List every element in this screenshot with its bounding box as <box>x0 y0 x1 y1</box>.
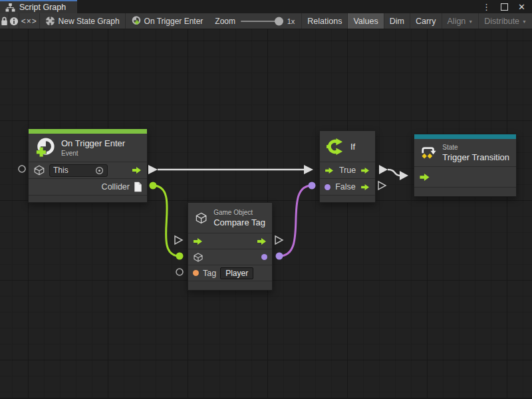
node-title: Trigger Transition <box>442 152 509 162</box>
relations-button[interactable]: Relations <box>301 13 347 29</box>
true-out-port green-arrow-icon[interactable] <box>360 167 370 174</box>
graph-toolbar: <×> New State Graph On Trigger Enter Zoo… <box>0 13 532 29</box>
node-category: State <box>442 144 509 151</box>
code-glyph-icon: <×> <box>21 17 37 26</box>
node-on-trigger-enter[interactable]: On Trigger Enter Event This <box>28 128 148 203</box>
zoom-slider[interactable] <box>241 21 282 22</box>
this-value: This <box>53 166 68 175</box>
node-subtitle: Event <box>61 150 125 157</box>
unconnected-tag-port[interactable] <box>176 269 183 275</box>
tag-in-port[interactable] <box>193 270 199 276</box>
edit-source-button[interactable]: <×> <box>19 13 39 29</box>
window-controls: ⋮ ✕ <box>482 0 532 13</box>
distribute-dropdown[interactable]: Distribute ▼ <box>478 13 532 29</box>
node-header[interactable]: State Trigger Transition <box>414 139 516 166</box>
node-title: Compare Tag <box>213 217 265 227</box>
node-trigger-transition[interactable]: State Trigger Transition <box>414 134 517 197</box>
event-accent-bar <box>29 129 147 134</box>
trigger-event-icon <box>131 16 141 26</box>
wire-endpoint-dot[interactable] <box>176 253 184 260</box>
unconnected-control-in-port[interactable] <box>175 236 182 244</box>
dim-button[interactable]: Dim <box>384 13 410 29</box>
control-out-port green-arrow-icon[interactable] <box>132 166 142 174</box>
node-title: On Trigger Enter <box>61 138 125 148</box>
wire-if-to-transition[interactable] <box>388 170 400 176</box>
wire-start-cap[interactable] <box>148 165 158 174</box>
branch-icon <box>327 138 344 156</box>
state-accent-bar <box>414 134 516 139</box>
values-label: Values <box>353 17 378 26</box>
target-icon[interactable] <box>95 166 104 175</box>
control-out-port green-arrow-icon[interactable] <box>257 237 267 245</box>
this-object-field[interactable]: This <box>49 164 108 177</box>
graph-hierarchy-icon <box>5 3 15 12</box>
lock-button[interactable] <box>0 13 9 29</box>
control-in-port green-arrow-icon[interactable] <box>325 167 334 174</box>
tag-value-field[interactable]: Player <box>220 267 253 279</box>
control-ports-row <box>188 233 272 249</box>
collider-label: Collider <box>102 182 130 192</box>
node-category: Game Object <box>213 209 265 216</box>
transition-arrow-diamonds-icon <box>421 144 436 162</box>
node-title: If <box>350 142 355 152</box>
control-in-port green-arrow-icon[interactable] <box>193 237 203 245</box>
false-out-port green-arrow-icon[interactable] <box>360 184 370 191</box>
script-graph-window: Script Graph ⋮ ✕ <×> <box>0 0 532 399</box>
wire-start-cap[interactable] <box>379 165 388 174</box>
condition-in-port[interactable] <box>325 184 331 190</box>
node-footer <box>320 195 375 202</box>
cube-icon <box>195 208 207 228</box>
graph-canvas[interactable]: On Trigger Enter Event This <box>0 29 532 399</box>
zoom-control: Zoom 1x <box>208 13 301 29</box>
wire-endpoint-dot[interactable] <box>309 182 316 190</box>
node-if[interactable]: If True False <box>319 130 376 203</box>
wire-endpoint-dot[interactable] <box>150 182 157 190</box>
gameobject-bool-row <box>188 249 272 265</box>
tab-bar: Script Graph ⋮ ✕ <box>0 0 532 13</box>
chevron-down-icon: ▼ <box>522 18 527 24</box>
unconnected-this-port[interactable] <box>19 166 25 172</box>
false-label: False <box>334 182 356 192</box>
zoom-label: Zoom <box>215 17 235 26</box>
maximize-icon[interactable] <box>501 3 508 11</box>
tag-row: Tag Player <box>188 265 272 281</box>
tab-script-graph[interactable]: Script Graph <box>0 0 77 13</box>
new-state-graph-button[interactable]: New State Graph <box>40 13 125 29</box>
bool-out-port[interactable] <box>261 254 267 260</box>
wire-arrowhead <box>400 171 408 180</box>
info-button[interactable] <box>9 13 19 29</box>
document-icon[interactable] <box>134 182 142 192</box>
carry-button[interactable]: Carry <box>410 13 442 29</box>
cube-icon gameobject-in-port[interactable] <box>193 252 203 263</box>
window-menu-icon[interactable]: ⋮ <box>482 3 491 11</box>
unconnected-false-out-port[interactable] <box>378 182 386 190</box>
unconnected-control-out-port[interactable] <box>275 236 283 244</box>
node-header[interactable]: If <box>320 131 375 162</box>
graph-breadcrumb-on-trigger-enter[interactable]: On Trigger Enter <box>126 13 209 29</box>
wire-collider-to-comparetag[interactable] <box>153 186 180 256</box>
view-options: Relations Values Dim Carry Align ▼ Distr… <box>301 13 532 29</box>
align-label: Align <box>448 17 466 26</box>
values-button[interactable]: Values <box>347 13 383 29</box>
wire-endpoint-dot[interactable] <box>276 253 283 260</box>
tabbar-spacer <box>77 0 482 13</box>
wire-comparetag-to-if[interactable] <box>279 186 312 256</box>
align-dropdown[interactable]: Align ▼ <box>442 13 479 29</box>
node-footer <box>414 187 516 196</box>
chevron-down-icon: ▼ <box>468 18 473 24</box>
node-footer <box>188 281 272 290</box>
wire-arrowhead <box>304 165 313 174</box>
node-header[interactable]: Game Object Compare Tag <box>188 203 272 233</box>
tab-label: Script Graph <box>19 3 66 12</box>
close-icon[interactable]: ✕ <box>518 3 525 11</box>
info-icon <box>9 17 19 26</box>
new-state-graph-label: New State Graph <box>59 17 120 26</box>
node-header[interactable]: On Trigger Enter Event <box>29 134 147 162</box>
cube-icon <box>33 164 45 176</box>
zoom-slider-handle[interactable] <box>275 17 283 25</box>
lock-icon <box>0 16 9 26</box>
tag-label: Tag <box>203 269 216 278</box>
node-compare-tag[interactable]: Game Object Compare Tag Ta <box>188 202 273 291</box>
control-in-port green-arrow-icon[interactable] <box>419 173 431 182</box>
this-port-row: This <box>29 162 147 178</box>
